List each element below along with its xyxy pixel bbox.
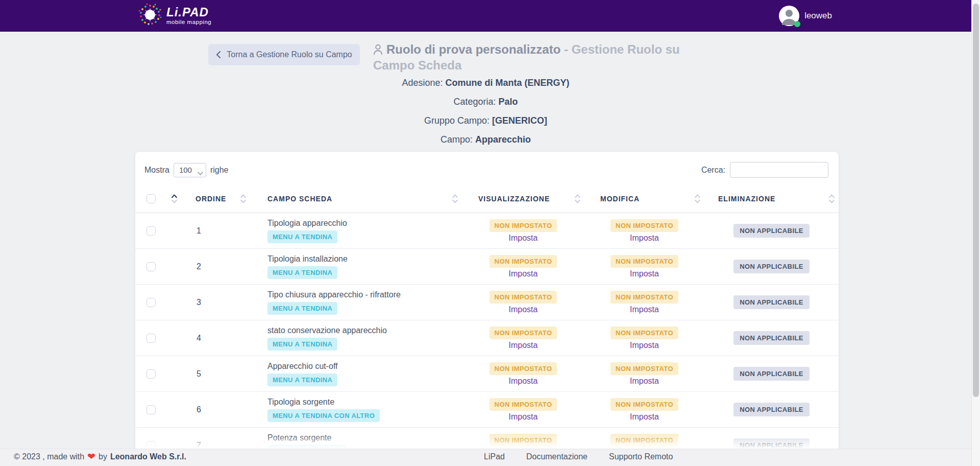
row-checkbox[interactable] — [146, 298, 156, 307]
header-modifica[interactable]: MODIFICA — [584, 185, 704, 213]
back-button-label: Torna a Gestione Ruolo su Campo — [227, 50, 352, 59]
row-checkbox[interactable] — [146, 262, 156, 271]
visualizzazione-badge: NON IMPOSTATO — [489, 219, 557, 232]
field-type-badge: MENU A TENDINA — [267, 302, 337, 315]
field-type-badge: MENU A TENDINA — [267, 266, 337, 279]
header-select-all — [135, 185, 181, 213]
table-card: Mostra 100 righe Cerca: ORDI — [135, 152, 839, 466]
scrollbar-track[interactable] — [971, 0, 980, 466]
visualizzazione-imposta-link[interactable]: Imposta — [509, 305, 538, 314]
visualizzazione-imposta-link[interactable]: Imposta — [509, 269, 538, 278]
visualizzazione-badge: NON IMPOSTATO — [489, 434, 557, 447]
row-checkbox[interactable] — [146, 226, 156, 236]
visualizzazione-badge: NON IMPOSTATO — [489, 291, 557, 304]
company-name: Leonardo Web S.r.l. — [110, 452, 186, 461]
search-input[interactable] — [730, 162, 828, 178]
navbar: Li.PAD mobile mapping leoweb — [0, 0, 980, 32]
row-checkbox[interactable] — [146, 405, 156, 414]
eliminazione-badge: NON APPLICABILE — [733, 403, 810, 416]
meta-campo: Campo: Apparecchio — [0, 134, 971, 145]
visualizzazione-imposta-link[interactable]: Imposta — [509, 234, 538, 243]
rows-label: righe — [210, 166, 229, 175]
sort-control-eliminazione[interactable] — [829, 195, 835, 203]
scrollbar-thumb[interactable] — [973, 4, 979, 397]
field-name: Tipologia installazione — [267, 254, 462, 264]
modifica-imposta-link[interactable]: Imposta — [630, 305, 659, 314]
modifica-imposta-link[interactable]: Imposta — [630, 269, 659, 278]
field-type-badge: MENU A TENDINA — [267, 374, 337, 386]
footer-links: LiPad Documentazione Supporto Remoto — [484, 452, 673, 461]
page-size-select[interactable]: 100 — [174, 163, 206, 177]
sort-asc-icon — [172, 195, 177, 198]
table-row: 4stato conservazione apparecchioMENU A T… — [135, 320, 839, 356]
visualizzazione-imposta-link[interactable]: Imposta — [509, 377, 538, 386]
footer: © 2023 , made with ❤ by Leonardo Web S.r… — [0, 449, 980, 466]
context-meta: Adesione: Comune di Manta (ENERGY) Categ… — [0, 78, 971, 153]
row-checkbox[interactable] — [146, 334, 156, 343]
footer-link-supporto-remoto[interactable]: Supporto Remoto — [609, 452, 673, 461]
modifica-badge: NON IMPOSTATO — [610, 434, 678, 447]
row-checkbox[interactable] — [146, 369, 156, 379]
role-person-icon — [373, 43, 383, 58]
sort-control-select[interactable] — [172, 195, 177, 203]
field-name: Tipologia apparecchio — [267, 219, 462, 228]
field-name: stato conservazione apparecchio — [267, 326, 462, 335]
modifica-badge: NON IMPOSTATO — [610, 362, 678, 375]
table-row: 5Apparecchio cut-offMENU A TENDINANON IM… — [135, 356, 839, 392]
sort-control-campo-scheda[interactable] — [452, 195, 458, 203]
order-value: 6 — [197, 405, 201, 414]
sort-desc-icon — [575, 200, 580, 203]
search-label: Cerca: — [701, 166, 725, 175]
header-visualizzazione[interactable]: VISUALIZZAZIONE — [462, 185, 584, 213]
back-button[interactable]: Torna a Gestione Ruolo su Campo — [208, 44, 360, 65]
table-controls: Mostra 100 righe Cerca: — [135, 152, 839, 185]
modifica-imposta-link[interactable]: Imposta — [630, 412, 659, 422]
visualizzazione-imposta-link[interactable]: Imposta — [509, 341, 538, 350]
heart-icon: ❤ — [87, 452, 95, 461]
order-value: 5 — [197, 369, 201, 379]
user-menu[interactable]: leoweb — [779, 6, 832, 26]
order-value: 3 — [197, 298, 201, 307]
footer-link-lipad[interactable]: LiPad — [484, 452, 505, 461]
visualizzazione-badge: NON IMPOSTATO — [489, 362, 557, 375]
logo-title: Li.PAD — [166, 6, 211, 18]
visualizzazione-badge: NON IMPOSTATO — [489, 255, 557, 268]
header-campo-scheda[interactable]: CAMPO SCHEDA — [250, 185, 462, 213]
modifica-imposta-link[interactable]: Imposta — [630, 341, 659, 350]
modifica-badge: NON IMPOSTATO — [610, 327, 678, 339]
page-title-role: Ruolo di prova personalizzato — [386, 42, 560, 56]
field-type-badge: MENU A TENDINA — [267, 230, 337, 243]
header-ordine[interactable]: ORDINE — [181, 185, 250, 213]
sort-control-visualizzazione[interactable] — [575, 195, 580, 203]
sort-control-ordine[interactable] — [240, 195, 246, 203]
select-all-checkbox[interactable] — [146, 194, 156, 203]
table-body: 1Tipologia apparecchioMENU A TENDINANON … — [135, 213, 839, 463]
order-value: 4 — [197, 334, 201, 343]
visualizzazione-imposta-link[interactable]: Imposta — [509, 412, 538, 422]
modifica-badge: NON IMPOSTATO — [610, 255, 678, 268]
lipad-sunburst-icon — [138, 3, 162, 29]
lipad-logo[interactable]: Li.PAD mobile mapping — [138, 3, 211, 29]
order-value: 2 — [197, 262, 201, 271]
field-name: Potenza sorgente — [267, 433, 462, 442]
header-eliminazione[interactable]: ELIMINAZIONE — [704, 185, 839, 213]
sort-desc-icon — [240, 200, 246, 203]
table-row: 6Tipologia sorgenteMENU A TENDINA CON AL… — [135, 392, 839, 428]
page-size-control: Mostra 100 righe — [144, 163, 228, 177]
sort-asc-icon — [695, 195, 700, 198]
footer-link-documentazione[interactable]: Documentazione — [526, 452, 587, 461]
sort-control-modifica[interactable] — [695, 195, 700, 203]
modifica-imposta-link[interactable]: Imposta — [630, 234, 659, 243]
online-status-dot — [794, 21, 800, 27]
eliminazione-badge: NON APPLICABILE — [733, 367, 810, 381]
logo-subtitle: mobile mapping — [166, 19, 211, 26]
sort-asc-icon — [575, 195, 580, 198]
eliminazione-badge: NON APPLICABILE — [733, 224, 810, 238]
sort-asc-icon — [829, 195, 835, 198]
sort-desc-icon — [829, 200, 835, 203]
eliminazione-badge: NON APPLICABILE — [733, 260, 810, 273]
field-name: Tipo chiusura apparecchio - rifrattore — [267, 290, 462, 299]
modifica-imposta-link[interactable]: Imposta — [630, 377, 659, 386]
page-title: Ruolo di prova personalizzato - Gestione… — [373, 42, 707, 73]
table-header-row: ORDINE CAMPO SCHEDA VISUALIZZAZIONE MODI… — [135, 185, 839, 213]
